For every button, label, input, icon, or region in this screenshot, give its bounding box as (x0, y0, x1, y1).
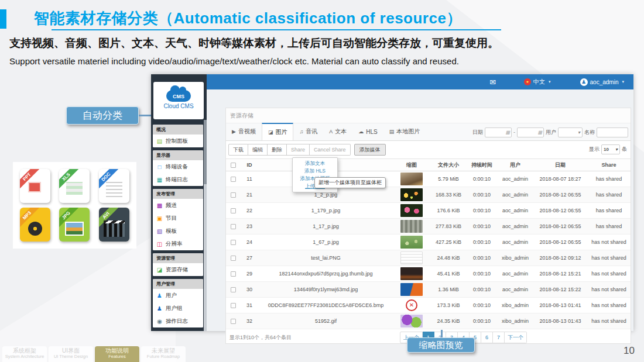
next-page-button[interactable]: 下一个 (505, 332, 527, 343)
owner-user: aoc_admin (497, 239, 533, 245)
duration: 0:00:10 (467, 176, 497, 182)
logo-label: Cloud CMS (153, 103, 204, 109)
ppt-file-icon: PPT (20, 169, 50, 203)
page-button-7[interactable]: 7 (493, 332, 505, 343)
row-checkbox[interactable] (231, 319, 236, 324)
tab-text[interactable]: A文本 (323, 123, 352, 140)
下载-button[interactable]: 下载 (228, 144, 248, 156)
duration: 0:00:10 (467, 302, 497, 308)
mail-icon[interactable]: ✉ (489, 78, 496, 87)
file-size: 45.41 KiB (430, 271, 467, 277)
sidebar-item-log-eye[interactable]: ◉操作日志 (153, 315, 203, 327)
row-checkbox[interactable] (231, 177, 236, 182)
row-checkbox[interactable] (231, 303, 236, 308)
owner-user: aoc_admin (497, 192, 533, 198)
sidebar-item-dashboard[interactable]: ▤控制面板 (153, 135, 203, 147)
callout-thumbnail-preview-label: 缩略图预览 (419, 340, 463, 350)
table-row[interactable]: 11156.JPG5.79 MiB0:00:10aoc_admin2018-08… (226, 171, 631, 187)
date-to-input[interactable]: ▦ (517, 127, 544, 137)
footer-tab-1[interactable]: 系统框架System Architecture (2, 346, 47, 362)
sidebar-section-header: 显示器 (153, 150, 203, 160)
footer-tab-2[interactable]: UI界面UI Theme Design (49, 346, 93, 362)
storage-icon: ◪ (156, 267, 163, 273)
flag-icon: ★ (524, 78, 531, 85)
filter-bar: 日期 ▦ - ▦ 用户 ▾ 名称 (472, 123, 628, 141)
share-status: has shared (587, 192, 631, 198)
row-checkbox[interactable] (231, 287, 236, 292)
subtitle-chinese: 支持视频、音频、图片、文本、天气、时钟等媒体素材，上传后可自动智能分类存放，可重… (9, 36, 499, 51)
tab-av[interactable]: ▶音视频 (226, 123, 262, 140)
tab-image[interactable]: ◪图片 (262, 123, 294, 140)
name-input[interactable] (597, 127, 628, 137)
content-card: 资源存储 ▶音视频◪图片♫音讯A文本☁HLS▤本地图片 日期 ▦ - ▦ 用户 … (225, 108, 631, 344)
row-checkbox[interactable] (231, 271, 236, 277)
share-status: has not shared (587, 318, 631, 324)
owner-user: aoc_admin (497, 176, 533, 182)
table-row[interactable]: 30134649f0ry1lymwj63md.jpg1.36 MiB0:00:1… (226, 282, 631, 298)
records-info: 显示1到10个，共64个条目 (229, 334, 364, 342)
sidebar-item-storage[interactable]: ◪资源存储 (153, 263, 203, 276)
file-size: 168.33 KiB (430, 192, 467, 198)
table-row[interactable]: 310DDC8F892EE77FF23081DEC5A8FD5CE6.bmp17… (226, 298, 631, 313)
share-status: has not shared (587, 255, 631, 261)
footer-tab-3[interactable]: 功能说明Features (95, 346, 139, 362)
table-row[interactable]: 3251952.gif24.35 KiB0:00:10xibo_admin201… (226, 313, 631, 329)
user-menu[interactable]: ♟ aoc_admin ▾ (580, 78, 624, 86)
row-checkbox[interactable] (231, 224, 236, 229)
row-checkbox[interactable] (231, 192, 236, 198)
sidebar-item-program[interactable]: ▣节目 (153, 212, 203, 225)
table-row[interactable]: 29182144onxdxpu6i7d5przq.jpg.thumb.jpg45… (226, 266, 631, 282)
编辑-button[interactable]: 编辑 (248, 144, 268, 156)
file-size: 277.83 KiB (430, 223, 467, 229)
language-menu[interactable]: ★ 中文 ▾ (524, 78, 551, 86)
page-button-6[interactable]: 6 (481, 332, 493, 343)
cloud-icon: ☁ (358, 129, 364, 135)
删除-button[interactable]: 删除 (268, 144, 287, 156)
sidebar-item-user-group[interactable]: ♟用户组 (153, 302, 203, 315)
table-row[interactable]: 211_2_p.jpg168.33 KiB0:00:10aoc_admin201… (226, 187, 631, 203)
file-id: 31 (240, 302, 259, 308)
sidebar-item-template[interactable]: ▧模板 (153, 225, 203, 237)
title-underline (52, 29, 501, 30)
sidebar-item-calendar[interactable]: ▦终端日志 (153, 173, 203, 186)
table-row[interactable]: 241_67_p.jpg427.25 KiB0:00:10aoc_admin20… (226, 235, 631, 250)
dropdown-item[interactable]: 添加 HLS (293, 167, 337, 175)
header-user: 用户 (497, 161, 533, 169)
table-row[interactable]: 221_179_p.jpg176.6 KiB0:00:10aoc_admin20… (226, 203, 631, 219)
footer-tab-en: Future Roadmap (141, 354, 186, 359)
callout-auto-classify: 自动分类 (66, 106, 139, 125)
tab-local-image[interactable]: ▤本地图片 (383, 123, 426, 140)
footer-tab-4[interactable]: 未来展望Future Roadmap (141, 346, 186, 362)
file-id: 11 (240, 176, 259, 182)
xls-file-icon: XLS (59, 169, 90, 203)
sidebar-item-user[interactable]: ♟用户 (153, 289, 203, 302)
add-media-button[interactable]: 添加媒体 (354, 144, 386, 156)
breadcrumb: 资源存储 (226, 108, 631, 123)
row-checkbox[interactable] (231, 240, 236, 245)
share-button[interactable]: Share (287, 144, 310, 156)
row-checkbox[interactable] (231, 208, 236, 213)
tab-label: HLS (366, 129, 377, 135)
date-range-dash: - (513, 129, 515, 135)
sidebar-item-resolution[interactable]: ◫分辨率 (153, 237, 203, 250)
date-from-input[interactable]: ▦ (485, 127, 512, 137)
page-size-select[interactable]: 10▾ (601, 144, 620, 154)
sidebar-item-channel[interactable]: ▩频道 (153, 199, 203, 212)
file-name: 1_67_p.jpg (259, 239, 393, 245)
tab-audio[interactable]: ♫音讯 (293, 123, 323, 140)
page-size-value: 10 (604, 147, 609, 152)
date: 2018-08-12 15:21 (533, 271, 587, 277)
user-select[interactable]: ▾ (558, 127, 583, 137)
duration: 0:00:10 (467, 239, 497, 245)
table-row[interactable]: 27test_lai.PNG24.48 KiB0:00:10xibo_admin… (226, 250, 631, 266)
date: 2018-08-12 06:55 (533, 239, 587, 245)
sidebar-item-display[interactable]: □终端设备 (153, 160, 203, 173)
tab-hls[interactable]: ☁HLS (352, 123, 383, 140)
row-checkbox[interactable] (231, 256, 236, 261)
cloud-logo-icon: CMS (166, 90, 191, 102)
select-all-checkbox[interactable] (231, 163, 236, 168)
image-icon: ◪ (268, 129, 273, 135)
dropdown-item[interactable]: 添加文本 (293, 160, 337, 167)
cancel-share-button[interactable]: Cancel Share (310, 144, 351, 156)
table-row[interactable]: 231_17_p.jpg277.83 KiB0:00:10aoc_admin20… (226, 219, 631, 235)
